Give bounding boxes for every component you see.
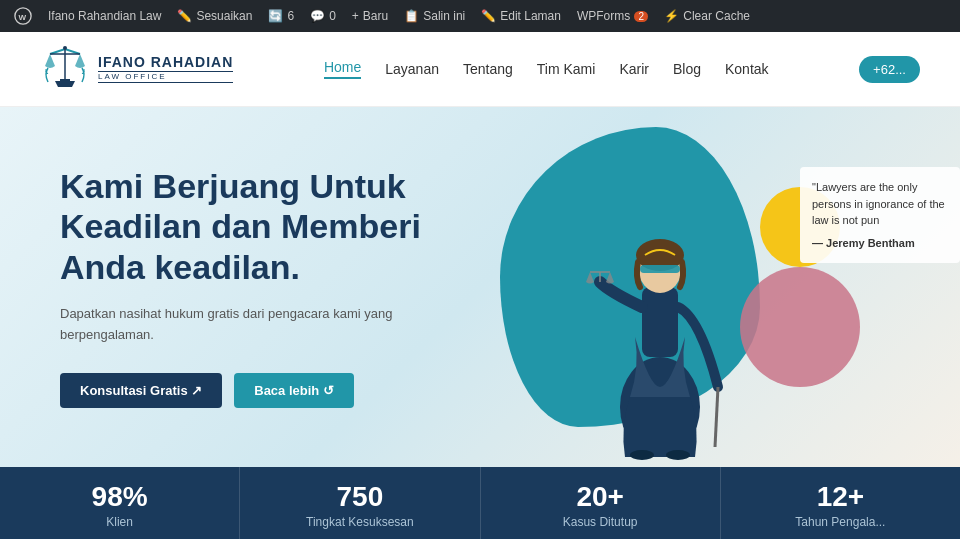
nav-tim-kami[interactable]: Tim Kami bbox=[537, 61, 596, 77]
stat-item-1: 750 Tingkat Kesuksesan bbox=[240, 467, 480, 539]
nav-tentang[interactable]: Tentang bbox=[463, 61, 513, 77]
svg-rect-7 bbox=[642, 287, 678, 357]
phone-button[interactable]: +62... bbox=[859, 56, 920, 83]
wpforms-item[interactable]: WPForms 2 bbox=[569, 0, 656, 32]
copy-item[interactable]: 📋 Salin ini bbox=[396, 0, 473, 32]
nav-layanan[interactable]: Layanan bbox=[385, 61, 439, 77]
hero-buttons: Konsultasi Gratis ↗ Baca lebih ↺ bbox=[60, 373, 480, 408]
new-icon: + bbox=[352, 9, 359, 23]
logo-area: IFANO RAHADIAN LAW OFFICE bbox=[40, 44, 233, 94]
svg-point-14 bbox=[630, 450, 654, 460]
copy-label: Salin ini bbox=[423, 9, 465, 23]
admin-bar: W Ifano Rahandian Law ✏️ Sesuaikan 🔄 6 💬… bbox=[0, 0, 960, 32]
comments-icon: 💬 bbox=[310, 9, 325, 23]
svg-rect-5 bbox=[60, 79, 70, 81]
cache-icon: ⚡ bbox=[664, 9, 679, 23]
hero-section: Kami Berjuang Untuk Keadilan dan Memberi… bbox=[0, 107, 960, 467]
edit-icon: ✏️ bbox=[481, 9, 496, 23]
logo-name: IFANO RAHADIAN bbox=[98, 55, 233, 69]
stat-number-0: 98% bbox=[92, 481, 148, 513]
stat-item-3: 12+ Tahun Pengala... bbox=[721, 467, 960, 539]
site-container: IFANO RAHADIAN LAW OFFICE Home Layanan T… bbox=[0, 32, 960, 539]
wpforms-label: WPForms bbox=[577, 9, 630, 23]
clear-cache-label: Clear Cache bbox=[683, 9, 750, 23]
stat-number-2: 20+ bbox=[576, 481, 624, 513]
updates-icon: 🔄 bbox=[268, 9, 283, 23]
updates-item[interactable]: 🔄 6 bbox=[260, 0, 302, 32]
edit-item[interactable]: ✏️ Edit Laman bbox=[473, 0, 569, 32]
copy-icon: 📋 bbox=[404, 9, 419, 23]
site-name-label: Ifano Rahandian Law bbox=[48, 9, 161, 23]
stat-item-2: 20+ Kasus Ditutup bbox=[481, 467, 721, 539]
hero-title: Kami Berjuang Untuk Keadilan dan Memberi… bbox=[60, 166, 480, 288]
nav-kontak[interactable]: Kontak bbox=[725, 61, 769, 77]
baca-lebih-button[interactable]: Baca lebih ↺ bbox=[234, 373, 354, 408]
new-label: Baru bbox=[363, 9, 388, 23]
customize-icon: ✏️ bbox=[177, 9, 192, 23]
updates-count: 6 bbox=[287, 9, 294, 23]
clear-cache-item[interactable]: ⚡ Clear Cache bbox=[656, 0, 758, 32]
hero-content: Kami Berjuang Untuk Keadilan dan Memberi… bbox=[60, 166, 480, 409]
customize-item[interactable]: ✏️ Sesuaikan bbox=[169, 0, 260, 32]
edit-label: Edit Laman bbox=[500, 9, 561, 23]
svg-text:W: W bbox=[19, 13, 27, 22]
wpforms-badge: 2 bbox=[634, 11, 648, 22]
svg-line-8 bbox=[715, 387, 718, 447]
justice-figure bbox=[560, 107, 760, 467]
nav-karir[interactable]: Karir bbox=[619, 61, 649, 77]
stats-bar: 98% Klien 750 Tingkat Kesuksesan 20+ Kas… bbox=[0, 467, 960, 539]
stat-label-3: Tahun Pengala... bbox=[795, 515, 885, 529]
comments-count: 0 bbox=[329, 9, 336, 23]
wp-logo[interactable]: W bbox=[6, 0, 40, 32]
hero-subtitle: Dapatkan nasihat hukum gratis dari penga… bbox=[60, 304, 480, 346]
quote-box: "Lawyers are the only persons in ignoran… bbox=[800, 167, 960, 263]
svg-point-2 bbox=[63, 46, 67, 50]
stat-item-0: 98% Klien bbox=[0, 467, 240, 539]
comments-item[interactable]: 💬 0 bbox=[302, 0, 344, 32]
site-header: IFANO RAHADIAN LAW OFFICE Home Layanan T… bbox=[0, 32, 960, 107]
stat-number-1: 750 bbox=[337, 481, 384, 513]
quote-text: "Lawyers are the only persons in ignoran… bbox=[812, 181, 945, 226]
quote-author: — Jeremy Bentham bbox=[812, 235, 948, 252]
logo-text: IFANO RAHADIAN LAW OFFICE bbox=[98, 55, 233, 83]
konsultasi-button[interactable]: Konsultasi Gratis ↗ bbox=[60, 373, 222, 408]
nav-home[interactable]: Home bbox=[324, 59, 361, 79]
stat-label-1: Tingkat Kesuksesan bbox=[306, 515, 414, 529]
svg-point-15 bbox=[666, 450, 690, 460]
site-name-item[interactable]: Ifano Rahandian Law bbox=[40, 0, 169, 32]
stat-number-3: 12+ bbox=[817, 481, 865, 513]
nav-blog[interactable]: Blog bbox=[673, 61, 701, 77]
stat-label-2: Kasus Ditutup bbox=[563, 515, 638, 529]
logo-sub: LAW OFFICE bbox=[98, 71, 233, 83]
stat-label-0: Klien bbox=[106, 515, 133, 529]
customize-label: Sesuaikan bbox=[196, 9, 252, 23]
svg-rect-11 bbox=[640, 265, 680, 273]
new-item[interactable]: + Baru bbox=[344, 0, 396, 32]
main-nav: Home Layanan Tentang Tim Kami Karir Blog… bbox=[324, 59, 769, 79]
logo-icon bbox=[40, 44, 90, 94]
